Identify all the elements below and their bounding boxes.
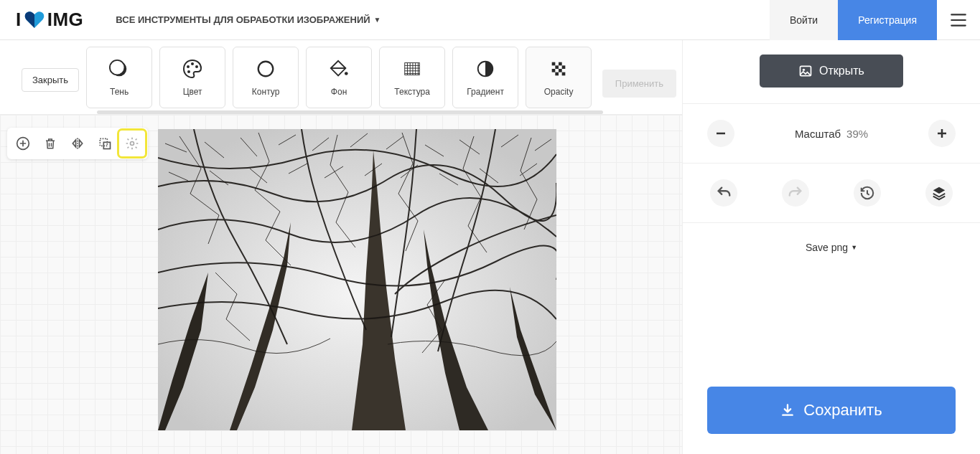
caret-down-icon: ▼	[374, 16, 381, 24]
divider	[683, 222, 980, 223]
svg-point-4	[191, 62, 194, 65]
tool-background[interactable]: Фон	[306, 47, 372, 108]
tool-label: Градиент	[467, 87, 504, 97]
gradient-icon	[475, 58, 496, 80]
download-icon	[780, 403, 795, 417]
history-controls	[707, 179, 956, 207]
canvas-area[interactable]	[0, 115, 682, 454]
send-back-icon	[98, 136, 112, 151]
layers-panel-button[interactable]	[925, 179, 953, 207]
tool-label: Тень	[110, 87, 129, 97]
close-button[interactable]: Закрыть	[22, 68, 79, 92]
zoom-controls: Масштаб 39%	[707, 120, 956, 147]
hamburger-menu[interactable]	[937, 0, 980, 40]
svg-rect-13	[555, 65, 559, 69]
svg-rect-9	[405, 63, 420, 75]
shadow-icon	[108, 58, 130, 80]
svg-point-26	[803, 69, 805, 71]
register-button[interactable]: Регистрация	[838, 0, 937, 40]
open-label: Открыть	[819, 65, 864, 77]
plus-circle-icon	[16, 136, 30, 151]
svg-point-6	[187, 70, 190, 73]
minus-icon	[715, 128, 727, 139]
gear-icon	[125, 136, 139, 151]
tool-outline[interactable]: Контур	[233, 47, 299, 108]
zoom-out-button[interactable]	[707, 120, 734, 147]
undo-button[interactable]	[710, 179, 737, 207]
zoom-value: 39%	[846, 128, 868, 140]
toolbar-scrollbar[interactable]	[97, 110, 603, 114]
tool-texture[interactable]: Текстура	[379, 47, 445, 108]
tool-label: Фон	[331, 87, 347, 97]
image-icon	[798, 64, 813, 78]
delete-button[interactable]	[37, 131, 63, 156]
zoom-text: Масштаб	[795, 128, 841, 140]
tool-opacity[interactable]: Opacity	[526, 47, 592, 108]
editor-column: Закрыть Тень Цвет	[0, 40, 682, 454]
tools-dropdown-label: ВСЕ ИНСТРУМЕНТЫ ДЛЯ ОБРАБОТКИ ИЗОБРАЖЕНИ…	[116, 14, 370, 25]
settings-button[interactable]	[119, 131, 145, 156]
svg-rect-18	[562, 72, 566, 76]
header-actions: Войти Регистрация	[770, 0, 980, 40]
history-icon	[859, 185, 875, 201]
svg-rect-11	[552, 62, 556, 66]
svg-rect-15	[552, 69, 556, 72]
hamburger-icon	[949, 11, 968, 29]
svg-point-3	[187, 65, 190, 68]
heart-icon	[24, 11, 45, 29]
flip-button[interactable]	[65, 131, 90, 156]
svg-rect-17	[555, 72, 559, 76]
undo-icon	[716, 185, 732, 201]
circle-outline-icon	[255, 58, 276, 80]
tool-color[interactable]: Цвет	[159, 47, 225, 108]
zoom-display: Масштаб 39%	[795, 128, 868, 140]
effect-toolbar: Закрыть Тень Цвет	[0, 40, 682, 115]
tools-dropdown[interactable]: ВСЕ ИНСТРУМЕНТЫ ДЛЯ ОБРАБОТКИ ИЗОБРАЖЕНИ…	[116, 14, 381, 25]
tool-label: Текстура	[394, 87, 430, 97]
redo-icon	[788, 185, 803, 201]
history-button[interactable]	[854, 179, 881, 207]
texture-icon	[401, 58, 423, 80]
plus-icon	[936, 128, 948, 139]
paint-bucket-icon	[328, 58, 350, 80]
layers-icon	[931, 185, 947, 201]
tool-shadow[interactable]: Тень	[86, 47, 152, 108]
side-panel: Открыть Масштаб 39%	[682, 40, 980, 454]
divider	[683, 163, 980, 164]
layers-button[interactable]	[92, 131, 118, 156]
canvas-image[interactable]	[158, 129, 556, 430]
palette-icon	[182, 58, 203, 80]
svg-point-7	[258, 62, 274, 77]
save-label: Сохранить	[803, 401, 882, 420]
svg-rect-12	[559, 62, 562, 66]
svg-rect-16	[559, 69, 562, 72]
effect-tool-row: Тень Цвет Контур	[86, 47, 594, 114]
logo-text-prefix: I	[16, 9, 22, 31]
add-button[interactable]	[10, 131, 36, 156]
main-content: Закрыть Тень Цвет	[0, 40, 980, 454]
trash-icon	[44, 136, 57, 151]
svg-rect-14	[562, 65, 566, 69]
svg-point-5	[195, 65, 198, 68]
tool-label: Контур	[252, 87, 279, 97]
tool-gradient[interactable]: Градиент	[452, 47, 518, 108]
main-header: I IMG ВСЕ ИНСТРУМЕНТЫ ДЛЯ ОБРАБОТКИ ИЗОБ…	[0, 0, 980, 40]
save-type-label: Save png	[806, 242, 848, 253]
save-button[interactable]: Сохранить	[707, 387, 956, 434]
redo-button[interactable]	[782, 179, 809, 207]
zoom-in-button[interactable]	[928, 120, 956, 147]
svg-point-8	[345, 72, 348, 75]
svg-rect-24	[158, 129, 556, 430]
floating-toolbar	[7, 128, 148, 159]
tool-label: Цвет	[183, 87, 202, 97]
opacity-icon	[548, 58, 569, 80]
logo[interactable]: I IMG	[16, 9, 83, 31]
logo-text-suffix: IMG	[47, 9, 84, 31]
login-button[interactable]: Войти	[770, 0, 838, 40]
svg-point-22	[131, 142, 134, 146]
save-type-dropdown[interactable]: Save png ▼	[707, 242, 956, 253]
open-button[interactable]: Открыть	[760, 55, 903, 88]
flip-icon	[70, 136, 85, 151]
apply-button[interactable]: Применить	[602, 70, 676, 98]
caret-down-icon: ▼	[851, 244, 857, 251]
